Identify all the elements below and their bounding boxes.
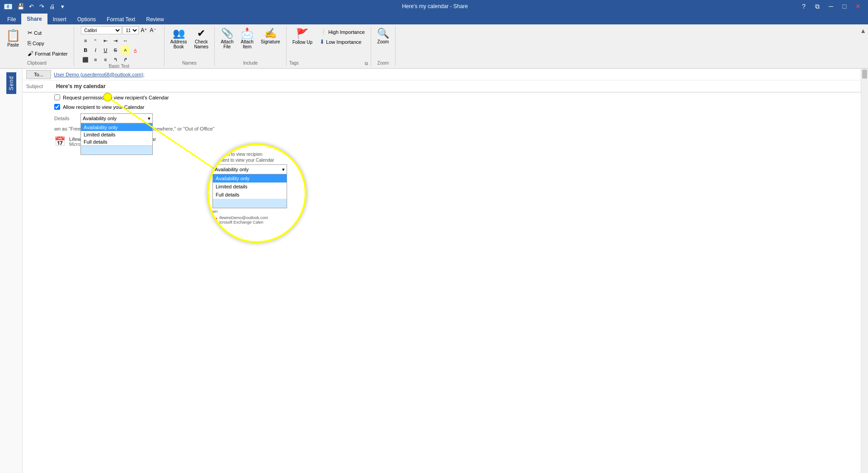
tab-options[interactable]: Options	[72, 14, 101, 24]
format-painter-icon: 🖌	[28, 50, 33, 57]
italic-btn[interactable]: I	[91, 46, 100, 54]
check-names-button[interactable]: ✔ Check Names	[191, 26, 212, 52]
decrease-indent-btn[interactable]: ⇤	[101, 37, 110, 45]
quick-print-btn[interactable]: 🖨	[47, 2, 57, 11]
tab-insert[interactable]: Insert	[47, 14, 72, 24]
send-button[interactable]: Send	[6, 72, 16, 94]
help-btn[interactable]: ?	[797, 1, 810, 11]
mag-option-full[interactable]: Full details	[213, 191, 287, 199]
shrink-font-btn[interactable]: A⁻	[149, 26, 157, 34]
list-buttons-row: ≡ ⁼ ⇤ ⇥ ↔	[81, 37, 130, 45]
app-icon: 📧	[4, 2, 13, 11]
subject-label: Subject	[26, 84, 53, 89]
bold-btn[interactable]: B	[81, 46, 90, 54]
paste-button[interactable]: 📋 Paste	[3, 26, 24, 50]
copy-button[interactable]: ⎘ Copy	[24, 38, 71, 48]
attach-file-icon: 📎	[221, 28, 233, 38]
calendar-icon: 📅	[54, 136, 66, 147]
mag-cal-email: ifewireDemo@outlook.com	[219, 215, 268, 220]
allow-view-label: Allow recipient to view your Calendar	[63, 104, 144, 110]
ltr-btn[interactable]: ↱	[121, 56, 130, 64]
high-importance-button[interactable]: ❕ High Importance	[316, 27, 368, 37]
align-left-btn[interactable]: ⬛	[81, 56, 90, 64]
align-center-btn[interactable]: ≡	[91, 56, 100, 64]
signature-button[interactable]: ✍ Signature	[258, 26, 283, 47]
basic-text-group: Calibri 11 A⁺ A⁻ ≡ ⁼ ⇤ ⇥ ↔	[74, 26, 165, 66]
details-selected-value: Availability only	[83, 116, 117, 121]
low-importance-button[interactable]: ⬇ Low Importance	[316, 37, 368, 47]
attach-item-icon: 📩	[241, 28, 253, 38]
tab-share[interactable]: Share	[21, 14, 47, 24]
tags-label: Tags	[289, 61, 299, 66]
bullets-btn[interactable]: ≡	[81, 37, 90, 45]
maximize-btn[interactable]: □	[838, 1, 851, 11]
option-availability-only[interactable]: Availability only	[81, 124, 152, 131]
close-btn[interactable]: ✕	[852, 1, 864, 11]
option-limited-details[interactable]: Limited details	[81, 131, 152, 138]
zoom-icon: 🔍	[377, 28, 389, 38]
mag-dropdown-header[interactable]: Availability only ▾	[212, 164, 287, 174]
mag-option-extra	[213, 199, 287, 208]
font-color-btn[interactable]: A	[131, 46, 140, 54]
cut-label: Cut	[34, 30, 42, 36]
vertical-scrollbar[interactable]	[861, 69, 868, 473]
attach-file-button[interactable]: 📎 Attach File	[217, 26, 236, 52]
details-dropdown-arrow: ▾	[148, 116, 151, 122]
mag-dropdown-value: Availability only	[215, 167, 249, 172]
mag-option-availability[interactable]: Availability only	[213, 174, 287, 183]
details-dropdown[interactable]: Availability only ▾	[80, 113, 153, 123]
follow-up-button[interactable]: 🚩 Follow Up	[289, 26, 316, 47]
rtl-btn[interactable]: ↰	[111, 56, 120, 64]
clipboard-group: 📋 Paste ✂ Cut ⎘ Copy 🖌 Format Painter	[0, 26, 74, 66]
zoom-group: 🔍 Zoom Zoom	[371, 26, 396, 66]
mag-hint: wn	[212, 209, 301, 214]
format-buttons-row: B I U S A A	[81, 46, 140, 54]
details-dropdown-list: Availability only Limited details Full d…	[80, 123, 153, 155]
mag-dropdown-list: Availability only Limited details Full d…	[212, 174, 287, 208]
option-extra	[81, 145, 152, 155]
copy-icon: ⎘	[28, 40, 31, 47]
highlight-btn[interactable]: A	[121, 46, 130, 54]
underline-btn[interactable]: U	[101, 46, 110, 54]
numbering-btn[interactable]: ⁼	[91, 37, 100, 45]
tags-expand-btn[interactable]: ⧉	[365, 61, 368, 66]
restore-window-btn[interactable]: ⧉	[811, 1, 824, 11]
undo-quick-btn[interactable]: ↶	[27, 2, 36, 11]
text-direction-btn[interactable]: ↔	[121, 37, 130, 45]
request-permission-checkbox[interactable]	[54, 94, 60, 100]
font-size-selector[interactable]: 11	[123, 26, 139, 34]
address-book-button[interactable]: 👥 Address Book	[167, 26, 190, 52]
allow-view-checkbox[interactable]	[54, 104, 60, 110]
to-button[interactable]: To...	[26, 70, 51, 79]
dropdown-arrow-qat[interactable]: ▾	[58, 2, 67, 11]
subject-value: Here's my calendar	[56, 83, 106, 89]
mag-cb2-row: ipient to view your Calendar	[212, 158, 301, 163]
grow-font-btn[interactable]: A⁺	[140, 26, 148, 34]
align-right-btn[interactable]: ≡	[101, 56, 110, 64]
strikethrough-btn[interactable]: S	[111, 46, 120, 54]
attach-item-button[interactable]: 📩 Attach Item	[237, 26, 256, 52]
tab-file[interactable]: File	[2, 14, 21, 24]
mag-option-limited[interactable]: Limited details	[213, 183, 287, 191]
minimize-btn[interactable]: ─	[825, 1, 837, 11]
format-painter-button[interactable]: 🖌 Format Painter	[24, 49, 71, 58]
signature-label: Signature	[261, 39, 280, 44]
zoom-label-group: Zoom	[377, 61, 389, 66]
subject-field: Subject Here's my calendar	[23, 80, 861, 92]
cut-button[interactable]: ✂ Cut	[24, 28, 71, 37]
option-full-details[interactable]: Full details	[81, 138, 152, 145]
send-panel: Send	[0, 69, 23, 473]
increase-indent-btn[interactable]: ⇥	[111, 37, 120, 45]
font-selector[interactable]: Calibri	[81, 26, 122, 34]
ribbon-tabs: File Share Insert Options Format Text Re…	[0, 13, 868, 24]
tab-review[interactable]: Review	[141, 14, 169, 24]
scrollbar-thumb[interactable]	[862, 70, 867, 79]
names-label: Names	[182, 61, 197, 66]
zoom-button[interactable]: 🔍 Zoom	[374, 26, 392, 47]
tab-format-text[interactable]: Format Text	[101, 14, 141, 24]
save-quick-btn[interactable]: 💾	[16, 2, 25, 11]
redo-quick-btn[interactable]: ↷	[37, 2, 46, 11]
title-bar-text: Here's my calendar - Share	[72, 3, 797, 9]
include-group: 📎 Attach File 📩 Attach Item ✍ Signature …	[215, 26, 287, 66]
collapse-ribbon-btn[interactable]: ▲	[860, 27, 866, 34]
